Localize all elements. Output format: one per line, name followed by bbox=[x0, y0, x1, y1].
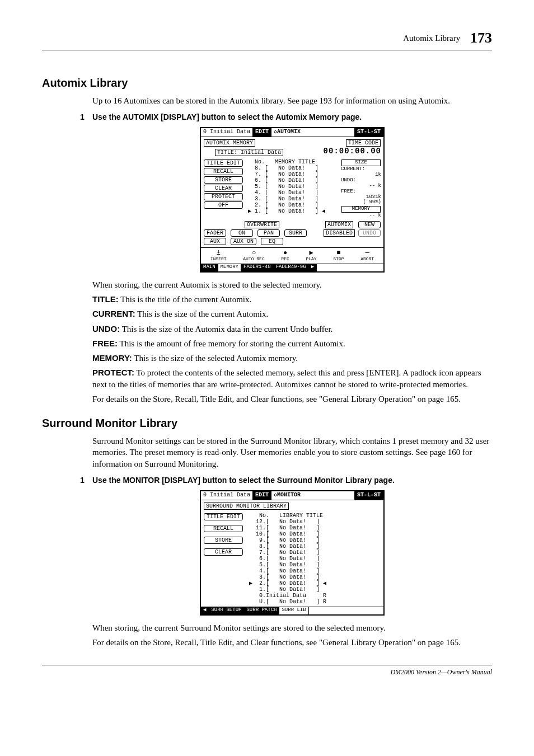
section2-intro: Surround Monitor settings can be stored … bbox=[92, 435, 492, 469]
pan-button[interactable]: PAN bbox=[257, 229, 280, 237]
def-free: FREE: This is the amount of free memory … bbox=[92, 338, 492, 349]
list-item[interactable]: 2. [ No Data! ] bbox=[248, 202, 336, 208]
list-item[interactable]: U.[ No Data! ] R bbox=[249, 599, 378, 605]
protect-button[interactable]: PROTECT bbox=[204, 193, 243, 200]
list-item[interactable]: 5.[ No Data! ] bbox=[249, 562, 378, 568]
store-button[interactable]: STORE bbox=[204, 176, 243, 184]
section2-step: 1 Use the MONITOR [DISPLAY] button to se… bbox=[42, 475, 492, 486]
list-item[interactable]: 12.[ No Data! ] bbox=[249, 519, 378, 525]
def-protect: PROTECT: To protect the contents of the … bbox=[92, 367, 492, 390]
list-item[interactable]: 7.[ No Data! ] bbox=[249, 550, 378, 556]
section2-heading: Surround Monitor Library bbox=[42, 416, 492, 431]
on-button[interactable]: ON bbox=[231, 229, 253, 237]
tab-prev-icon[interactable]: ◀ bbox=[201, 607, 209, 614]
def-memory: MEMORY: This is the size of the selected… bbox=[92, 353, 492, 364]
tab-fader1-48[interactable]: FADER1-48 bbox=[241, 264, 274, 271]
def-title: TITLE: This is the title of the current … bbox=[92, 294, 492, 305]
autorec-button[interactable]: ○AUTO REC bbox=[243, 250, 264, 262]
step-number: 1 bbox=[80, 475, 92, 486]
fader-button[interactable]: FADER bbox=[204, 229, 226, 237]
list-item[interactable]: 8.[ No Data! ] bbox=[249, 543, 378, 550]
title-edit-button[interactable]: TITLE EDIT bbox=[204, 513, 243, 520]
page-number: 173 bbox=[470, 30, 492, 46]
recall-button[interactable]: RECALL bbox=[204, 525, 243, 532]
size-panel: SIZE CURRENT: 1k UNDO: -- k FREE: 1021k … bbox=[341, 159, 381, 219]
off-button[interactable]: OFF bbox=[204, 201, 243, 209]
tabs-row: ◀ SURR SETUP SURR PATCH SURR LIB bbox=[201, 607, 383, 614]
list-item[interactable]: ▶ 1. [ No Data! ] ◀ bbox=[248, 208, 336, 214]
section1-step: 1 Use the AUTOMIX [DISPLAY] button to se… bbox=[42, 112, 492, 123]
section1-intro: Up to 16 Automixes can be stored in the … bbox=[92, 95, 492, 106]
overwrite-label: OVERWRITE bbox=[245, 221, 279, 228]
list-item[interactable]: 4. [ No Data! ] bbox=[248, 190, 336, 196]
section1-closing: For details on the Store, Recall, Title … bbox=[92, 393, 492, 405]
monitor-screen: 0 Initial Data EDIT ◇MONITOR ST-L-ST SUR… bbox=[200, 490, 385, 616]
scr-title-left: 0 Initial Data bbox=[201, 491, 253, 500]
new-button[interactable]: NEW bbox=[358, 221, 381, 228]
scr-title-left: 0 Initial Data bbox=[201, 128, 253, 137]
list-item[interactable]: 8. [ No Data! ] bbox=[248, 165, 336, 171]
def-current: CURRENT: This is the size of the current… bbox=[92, 308, 492, 320]
side-buttons: TITLE EDIT RECALL STORE CLEAR bbox=[203, 513, 243, 556]
list-item[interactable]: 5. [ No Data! ] bbox=[248, 184, 336, 190]
rec-button[interactable]: ●REC bbox=[281, 250, 289, 262]
clear-button[interactable]: CLEAR bbox=[204, 185, 243, 192]
timecode-value: 00:00:00.00 bbox=[324, 147, 381, 156]
step-text: Use the MONITOR [DISPLAY] button to sele… bbox=[92, 475, 492, 486]
recall-button[interactable]: RECALL bbox=[204, 168, 243, 175]
transport-bar: ±INSERT ○AUTO REC ●REC ▶PLAY ■STOP —ABOR… bbox=[201, 247, 383, 264]
tab-fader49-96[interactable]: FADER49-96 bbox=[274, 264, 309, 271]
list-item[interactable]: 11.[ No Data! ] bbox=[249, 525, 378, 531]
list-item[interactable]: 7. [ No Data! ] bbox=[248, 171, 336, 177]
def-undo: UNDO: This is the size of the Automix da… bbox=[92, 323, 492, 335]
title-edit-button[interactable]: TITLE EDIT bbox=[204, 159, 243, 167]
edit-badge: EDIT bbox=[253, 491, 271, 500]
list-item[interactable]: 0.Initial Data R bbox=[249, 593, 378, 599]
tab-memory[interactable]: MEMORY bbox=[218, 264, 241, 271]
list-item[interactable]: 6. [ No Data! ] bbox=[248, 177, 336, 184]
tab-main[interactable]: MAIN bbox=[201, 264, 218, 271]
title-field: TITLE: Initial Data bbox=[215, 149, 283, 156]
step-text: Use the AUTOMIX [DISPLAY] button to sele… bbox=[92, 112, 492, 123]
tabs-row: MAIN MEMORY FADER1-48 FADER49-96 ▶ bbox=[201, 264, 383, 271]
list-item[interactable]: 10.[ No Data! ] bbox=[249, 531, 378, 537]
monitor-figure: 0 Initial Data EDIT ◇MONITOR ST-L-ST SUR… bbox=[92, 490, 492, 616]
edit-badge: EDIT bbox=[253, 128, 271, 137]
surr-button[interactable]: SURR bbox=[284, 229, 307, 237]
scr-title-mid: ◇MONITOR bbox=[271, 491, 355, 500]
stop-button[interactable]: ■STOP bbox=[333, 250, 344, 262]
automix-memory-label: AUTOMIX MEMORY bbox=[204, 139, 255, 147]
tab-surr-patch[interactable]: SURR PATCH bbox=[244, 607, 279, 614]
tab-surr-setup[interactable]: SURR SETUP bbox=[209, 607, 244, 614]
section2-afterfig: When storing, the current Surround Monit… bbox=[92, 622, 492, 633]
section1-afterfig: When storing, the current Automix is sto… bbox=[92, 279, 492, 290]
disabled-label: DISABLED bbox=[324, 229, 355, 237]
list-item[interactable]: 3. [ No Data! ] bbox=[248, 196, 336, 202]
store-button[interactable]: STORE bbox=[204, 537, 243, 544]
timecode-label: TIME CODE bbox=[346, 139, 381, 147]
insert-button[interactable]: ±INSERT bbox=[210, 250, 227, 262]
list-item[interactable]: 1.[ No Data! ] bbox=[249, 586, 378, 593]
list-item[interactable]: 3.[ No Data! ] bbox=[249, 574, 378, 580]
auxon-button[interactable]: AUX ON bbox=[231, 238, 256, 245]
automix-screen: 0 Initial Data EDIT ◇AUTOMIX ST-L-ST AUT… bbox=[200, 127, 385, 273]
list-item[interactable]: 6.[ No Data! ] bbox=[249, 556, 378, 562]
tab-surr-lib[interactable]: SURR LIB bbox=[279, 607, 308, 614]
play-button[interactable]: ▶PLAY bbox=[306, 250, 316, 262]
automix-sub-label: AUTOMIX bbox=[325, 221, 353, 228]
scr-title-right: ST-L-ST bbox=[355, 491, 383, 500]
scr-title-mid: ◇AUTOMIX bbox=[271, 128, 355, 137]
list-item[interactable]: 4.[ No Data! ] bbox=[249, 568, 378, 574]
eq-button[interactable]: EQ bbox=[261, 238, 283, 245]
clear-button[interactable]: CLEAR bbox=[204, 548, 243, 556]
page-footer: DM2000 Version 2—Owner's Manual bbox=[42, 665, 492, 677]
side-buttons: TITLE EDIT RECALL STORE CLEAR PROTECT OF… bbox=[203, 159, 243, 209]
aux-button[interactable]: AUX bbox=[204, 238, 226, 245]
tab-more-icon[interactable]: ▶ bbox=[309, 264, 317, 271]
abort-button[interactable]: —ABORT bbox=[360, 250, 374, 262]
memory-list: No. MEMORY TITLE 8. [ No Data! ] 7. [ No… bbox=[246, 159, 339, 214]
undo-button[interactable]: UNDO bbox=[358, 229, 381, 237]
step-number: 1 bbox=[80, 112, 92, 123]
list-item[interactable]: 9.[ No Data! ] bbox=[249, 537, 378, 543]
list-item[interactable]: ▶ 2.[ No Data! ] ◀ bbox=[249, 580, 378, 586]
